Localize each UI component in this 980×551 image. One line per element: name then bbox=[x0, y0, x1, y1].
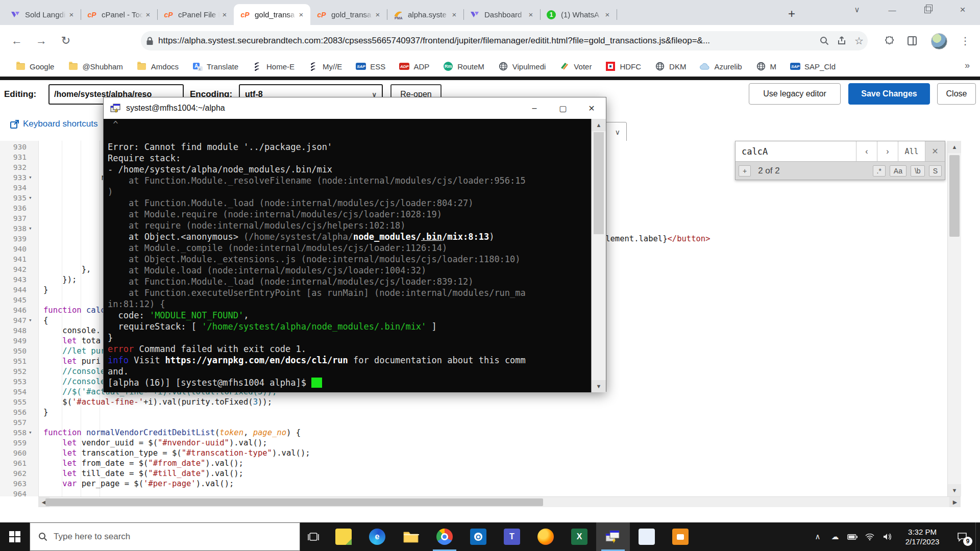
taskbar-app-sticky-notes[interactable] bbox=[327, 522, 360, 551]
taskbar-app-chrome[interactable] bbox=[428, 522, 461, 551]
browser-tab[interactable]: Dashboard× bbox=[463, 4, 540, 25]
volume-icon[interactable] bbox=[878, 522, 896, 551]
close-button[interactable]: Close bbox=[937, 83, 976, 105]
bookmark-item[interactable]: ADPADP bbox=[399, 61, 429, 71]
new-tab-button[interactable]: + bbox=[784, 6, 799, 21]
omnibox[interactable]: https://alpha.systest.securebrandtech.co… bbox=[141, 31, 868, 51]
vertical-scroll-thumb[interactable] bbox=[949, 155, 960, 237]
taskbar-app-outlook[interactable]: O bbox=[461, 522, 495, 551]
battery-icon[interactable] bbox=[844, 522, 861, 551]
horizontal-scroll-thumb[interactable] bbox=[45, 498, 543, 506]
back-button[interactable]: ← bbox=[7, 31, 27, 51]
window-restore-button[interactable] bbox=[913, 0, 942, 19]
browser-tab[interactable]: cPcPanel File I× bbox=[157, 4, 234, 25]
putty-terminal-window[interactable]: systest@mfhs1004:~/alpha – ▢ ✕ ^Error: C… bbox=[103, 97, 606, 392]
bookmark-item[interactable]: My//E bbox=[308, 61, 342, 71]
profile-avatar[interactable] bbox=[931, 33, 947, 49]
browser-tab[interactable]: Sold Langdi× bbox=[4, 4, 81, 25]
bookmark-item[interactable]: Home-E bbox=[252, 61, 295, 71]
scroll-down-arrow[interactable]: ▼ bbox=[948, 484, 961, 496]
terminal-maximize-button[interactable]: ▢ bbox=[549, 97, 577, 119]
fold-arrow-icon[interactable]: ▾ bbox=[29, 223, 32, 234]
fold-arrow-icon[interactable]: ▾ bbox=[29, 172, 32, 183]
find-case-toggle[interactable]: Aa bbox=[890, 165, 906, 177]
tab-close-icon[interactable]: × bbox=[602, 10, 612, 20]
terminal-scroll-up[interactable]: ▲ bbox=[592, 119, 606, 131]
bookmark-item[interactable]: SAPESS bbox=[356, 61, 385, 71]
tab-search-chevron-icon[interactable]: ∨ bbox=[842, 0, 872, 19]
browser-tab[interactable]: PMAalpha.syste× bbox=[387, 4, 463, 25]
save-changes-button[interactable]: Save Changes bbox=[848, 83, 930, 105]
bookmark-item[interactable]: Amdocs bbox=[137, 61, 179, 71]
network-wifi-icon[interactable] bbox=[861, 522, 878, 551]
side-panel-icon[interactable] bbox=[903, 32, 921, 49]
bookmark-item[interactable]: HDFC bbox=[605, 61, 641, 71]
find-word-toggle[interactable]: \b bbox=[911, 165, 925, 177]
action-center-button[interactable]: 9 bbox=[949, 522, 975, 551]
terminal-scroll-down[interactable]: ▼ bbox=[592, 380, 606, 392]
taskbar-app-calculator[interactable] bbox=[630, 522, 664, 551]
reload-button[interactable]: ↻ bbox=[56, 31, 76, 51]
editor-horizontal-scrollbar[interactable]: ◀ ▶ bbox=[38, 496, 961, 508]
browser-tab[interactable]: cPcPanel - Toc× bbox=[81, 4, 157, 25]
find-selection-toggle[interactable]: S bbox=[929, 165, 942, 177]
bookmark-item[interactable]: DKM bbox=[655, 61, 686, 71]
tab-close-icon[interactable]: × bbox=[219, 10, 230, 20]
taskbar-app-edge[interactable]: e bbox=[360, 522, 394, 551]
window-minimize-button[interactable]: — bbox=[877, 0, 907, 19]
find-all-button[interactable]: All bbox=[898, 141, 925, 161]
tab-close-icon[interactable]: × bbox=[296, 10, 306, 20]
find-input[interactable] bbox=[736, 141, 856, 161]
find-prev-button[interactable]: ‹ bbox=[856, 141, 877, 161]
fold-arrow-icon[interactable]: ▾ bbox=[29, 428, 32, 438]
bookmark-item[interactable]: SAPSAP_Cld bbox=[790, 61, 836, 71]
terminal-titlebar[interactable]: systest@mfhs1004:~/alpha – ▢ ✕ bbox=[104, 97, 606, 119]
taskbar-app-putty[interactable] bbox=[596, 522, 630, 551]
bookmark-item[interactable]: Google bbox=[15, 61, 54, 71]
find-add-button[interactable]: + bbox=[739, 165, 751, 177]
bookmark-item[interactable]: Azurelib bbox=[700, 61, 742, 71]
browser-tab[interactable]: cPgold_transa× bbox=[310, 4, 387, 25]
scroll-up-arrow[interactable]: ▲ bbox=[948, 141, 961, 153]
find-next-button[interactable]: › bbox=[877, 141, 898, 161]
taskbar-app-file-explorer[interactable] bbox=[394, 522, 428, 551]
menu-dots-icon[interactable]: ⋮ bbox=[957, 32, 974, 49]
terminal-scrollbar[interactable]: ▲ ▼ bbox=[591, 119, 606, 392]
fold-arrow-icon[interactable]: ▾ bbox=[29, 315, 32, 325]
bookmark-star-icon[interactable]: ☆ bbox=[850, 32, 868, 49]
taskbar-clock[interactable]: 3:32 PM 2/17/2023 bbox=[896, 527, 949, 546]
bookmark-item[interactable]: Voter bbox=[559, 61, 592, 71]
taskbar-app-teams[interactable]: T bbox=[495, 522, 529, 551]
zoom-icon[interactable] bbox=[816, 32, 833, 49]
bookmark-item[interactable]: Vipulmedi bbox=[498, 61, 546, 71]
bookmarks-overflow-chevron[interactable]: » bbox=[965, 60, 970, 71]
terminal-scroll-thumb[interactable] bbox=[594, 132, 604, 234]
fold-arrow-icon[interactable]: ▾ bbox=[29, 193, 32, 203]
bookmark-item[interactable]: M bbox=[756, 61, 777, 71]
window-close-button[interactable]: × bbox=[948, 0, 977, 19]
share-icon[interactable] bbox=[833, 32, 850, 49]
taskbar-app-orange-app[interactable] bbox=[664, 522, 697, 551]
tab-close-icon[interactable]: × bbox=[526, 10, 536, 20]
bookmark-item[interactable]: AxTranslate bbox=[192, 61, 238, 71]
taskbar-search[interactable]: Type here to search bbox=[30, 522, 300, 551]
tab-close-icon[interactable]: × bbox=[143, 10, 153, 20]
forward-button[interactable]: → bbox=[32, 31, 51, 51]
taskbar-app-excel[interactable]: X bbox=[562, 522, 596, 551]
tab-close-icon[interactable]: × bbox=[373, 10, 383, 20]
terminal-close-button[interactable]: ✕ bbox=[577, 97, 606, 119]
keyboard-shortcuts-link[interactable]: Keyboard shortcuts bbox=[10, 119, 97, 129]
tab-close-icon[interactable]: × bbox=[449, 10, 459, 20]
browser-tab[interactable]: 1(1) WhatsA× bbox=[540, 4, 617, 25]
bookmark-item[interactable]: RmRouteM bbox=[443, 61, 484, 71]
find-regex-toggle[interactable]: .* bbox=[873, 165, 886, 177]
extensions-puzzle-icon[interactable] bbox=[880, 32, 898, 49]
onedrive-cloud-icon[interactable]: ☁ bbox=[826, 522, 844, 551]
task-view-button[interactable] bbox=[300, 522, 327, 551]
terminal-minimize-button[interactable]: – bbox=[520, 97, 549, 119]
find-close-button[interactable]: ✕ bbox=[925, 141, 945, 161]
tab-close-icon[interactable]: × bbox=[66, 10, 77, 20]
editor-vertical-scrollbar[interactable]: ▲ ▼ bbox=[947, 141, 961, 496]
start-button[interactable] bbox=[0, 522, 30, 551]
use-legacy-editor-button[interactable]: Use legacy editor bbox=[749, 83, 841, 105]
